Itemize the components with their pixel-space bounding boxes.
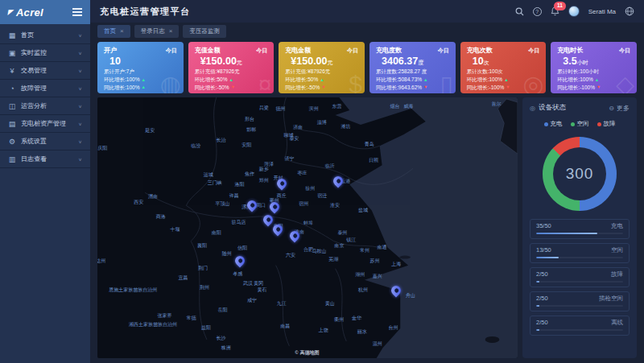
tab-label: 首页 bbox=[104, 27, 116, 35]
trend-down-icon: ▼ bbox=[321, 84, 325, 90]
card-header: 充电时长今日 bbox=[557, 46, 630, 55]
tab-label: 登录日志 bbox=[141, 27, 165, 35]
trend-down-icon: ▼ bbox=[506, 84, 510, 90]
help-icon[interactable]: ? bbox=[533, 7, 542, 16]
app-window: ◤ Acrel ▦首页∨▣实时监控∨¥交易管理∨◔故障管理∨◫运营分析∨▤充电桩… bbox=[0, 0, 644, 363]
card-today-badge: 今日 bbox=[528, 47, 539, 55]
china-map[interactable]: 吕梁延安临汾长治安阳邢台邯郸德州聊城济南泰安滨州东营淄博潍坊烟台威海青岛日照临沂… bbox=[97, 97, 518, 358]
trend-up-icon: ▲ bbox=[229, 76, 233, 83]
card-value: ¥150.00元 bbox=[200, 56, 268, 67]
settings-icon: ⚙ bbox=[8, 138, 16, 146]
card-stat-line: 同比增长:100%▲ bbox=[104, 84, 177, 92]
status-row-top: 2/50离线 bbox=[536, 319, 623, 327]
status-icon: ◎ bbox=[530, 105, 535, 112]
legend-dot bbox=[544, 122, 548, 126]
status-row-故障: 2/50故障 bbox=[530, 267, 630, 287]
close-icon[interactable]: × bbox=[120, 28, 124, 35]
status-count: 35/50 bbox=[536, 222, 551, 230]
card-header: 充电金额今日 bbox=[285, 46, 358, 55]
search-icon[interactable] bbox=[515, 7, 524, 16]
card-value: 10次 bbox=[473, 56, 540, 67]
card-today-badge: 今日 bbox=[619, 47, 630, 55]
sidebar-item-首页[interactable]: ▦首页∨ bbox=[0, 27, 90, 44]
tab-登录日志[interactable]: 登录日志× bbox=[134, 25, 180, 38]
device-status-donut-chart[interactable]: 300 bbox=[543, 137, 617, 211]
status-label: 离线 bbox=[611, 319, 623, 327]
card-stat-text: 环比增长:50% bbox=[195, 76, 228, 84]
trend-up-icon: ▲ bbox=[141, 84, 145, 90]
donut-total: 300 bbox=[543, 137, 617, 211]
card-stat-line: 环比增长:100%▲ bbox=[557, 76, 630, 84]
legend-dot bbox=[571, 122, 575, 126]
card-today-badge: 今日 bbox=[438, 47, 449, 55]
sidebar-item-日志查看[interactable]: ▥日志查看∨ bbox=[0, 151, 90, 168]
language-globe-icon[interactable] bbox=[625, 6, 634, 16]
tab-bar: 首页×登录日志×变压器监测 bbox=[90, 23, 644, 40]
legend-item-空闲[interactable]: 空闲 bbox=[571, 120, 589, 128]
card-header: 开户今日 bbox=[104, 46, 177, 55]
card-stat-text: 同比增长:-100% bbox=[467, 84, 505, 92]
card-stat-line: 累计度数:25828.27 度 bbox=[376, 68, 449, 76]
status-progress-track bbox=[536, 281, 623, 283]
sidebar-item-label: 系统设置 bbox=[21, 137, 73, 146]
status-progress-fill bbox=[536, 233, 597, 234]
status-progress-fill bbox=[536, 257, 559, 258]
sidebar-item-label: 实时监控 bbox=[21, 48, 73, 57]
card-stat-text: 累计充值:¥87926元 bbox=[195, 68, 240, 76]
avatar[interactable] bbox=[568, 6, 580, 17]
close-icon[interactable]: × bbox=[169, 28, 173, 35]
more-button[interactable]: ⊖ 更多 bbox=[609, 104, 630, 113]
card-stat-line: 同比增长:-100%▼ bbox=[557, 84, 630, 92]
card-value: 3.5小时 bbox=[563, 56, 630, 67]
status-label: 插枪空闲 bbox=[599, 295, 623, 303]
status-progress-fill bbox=[536, 281, 539, 283]
stat-card-充电次数: 充电次数今日10次累计次数:100次环比增长:100%▲同比增长:-100%▼◎ bbox=[460, 42, 547, 93]
card-title: 充电时长 bbox=[557, 46, 583, 55]
card-title: 开户 bbox=[104, 46, 117, 55]
sidebar-item-实时监控[interactable]: ▣实时监控∨ bbox=[0, 44, 90, 62]
card-stat-text: 累计次数:100次 bbox=[467, 68, 503, 76]
content-row: 吕梁延安临汾长治安阳邢台邯郸德州聊城济南泰安滨州东营淄博潍坊烟台威海青岛日照临沂… bbox=[90, 93, 644, 363]
donut-legend: 充电空闲故障 bbox=[530, 120, 630, 128]
card-stat-text: 环比增长:100% bbox=[557, 76, 592, 84]
status-row-空闲: 13/50空闲 bbox=[530, 243, 630, 263]
card-stat-line: 累计开户:7户 bbox=[104, 68, 177, 76]
card-unit: 元 bbox=[328, 60, 333, 65]
sidebar-item-运营分析[interactable]: ◫运营分析∨ bbox=[0, 97, 90, 115]
card-stat-line: 累计充值:¥87926元 bbox=[195, 68, 268, 76]
sidebar-item-交易管理[interactable]: ¥交易管理∨ bbox=[0, 62, 90, 80]
status-progress-track bbox=[536, 329, 623, 331]
sidebar-item-故障管理[interactable]: ◔故障管理∨ bbox=[0, 80, 90, 97]
legend-item-充电[interactable]: 充电 bbox=[544, 120, 563, 128]
card-unit: 元 bbox=[237, 60, 242, 65]
card-stat-line: 同比增长:9643.62%▼ bbox=[376, 84, 449, 92]
notification-bell-icon[interactable]: 11 bbox=[551, 6, 559, 16]
menu-collapse-icon[interactable] bbox=[72, 11, 82, 13]
chevron-down-icon: ∨ bbox=[78, 50, 82, 55]
trend-up-icon: ▲ bbox=[141, 76, 145, 83]
card-value: ¥150.00元 bbox=[291, 56, 358, 67]
status-count: 2/50 bbox=[536, 295, 548, 303]
stat-card-开户: 开户今日10累计开户:7户环比增长:100%▲同比增长:100%▲◍ bbox=[97, 42, 184, 93]
notification-badge: 11 bbox=[554, 2, 566, 10]
sidebar-item-充电桩资产管理[interactable]: ▤充电桩资产管理∨ bbox=[0, 115, 90, 133]
acrel-logo: ◤ Acrel bbox=[8, 6, 43, 19]
sidebar-item-系统设置[interactable]: ⚙系统设置∨ bbox=[0, 133, 90, 151]
status-row-top: 13/50空闲 bbox=[536, 246, 623, 254]
tab-首页[interactable]: 首页× bbox=[97, 25, 130, 38]
card-value: 10 bbox=[109, 56, 177, 67]
card-stat-line: 累计时长:100小时 bbox=[557, 68, 630, 76]
tab-变压器监测[interactable]: 变压器监测 bbox=[183, 25, 226, 38]
card-stat-text: 累计度数:25828.27 度 bbox=[376, 68, 427, 76]
chevron-down-icon: ∨ bbox=[78, 138, 82, 143]
analysis-icon: ◫ bbox=[8, 102, 16, 110]
card-stat-text: 环比增长:100% bbox=[104, 76, 139, 84]
card-stat-line: 环比增长:100%▲ bbox=[467, 76, 540, 84]
card-title: 充值金额 bbox=[195, 46, 221, 55]
sidebar: ◤ Acrel ▦首页∨▣实时监控∨¥交易管理∨◔故障管理∨◫运营分析∨▤充电桩… bbox=[0, 0, 90, 363]
legend-item-故障[interactable]: 故障 bbox=[597, 120, 616, 128]
legend-dot bbox=[597, 122, 601, 126]
card-title: 充电度数 bbox=[376, 46, 402, 55]
trend-up-icon: ▲ bbox=[504, 76, 508, 83]
card-header: 充值金额今日 bbox=[195, 46, 268, 55]
